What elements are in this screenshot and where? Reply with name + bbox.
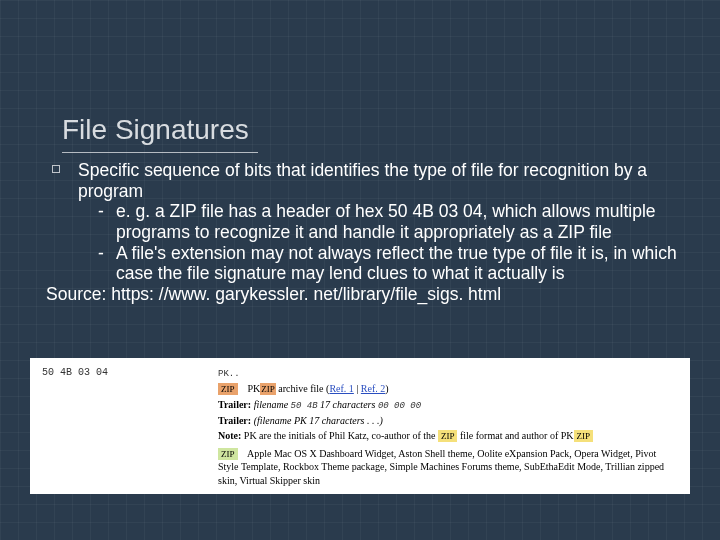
ref-sep: |: [354, 383, 361, 394]
zip-inline-icon: ZIP: [438, 430, 458, 442]
bullet-level-1: Specific sequence of bits that identifie…: [46, 160, 686, 201]
trailer-italic: (filename PK 17 characters . . .): [254, 415, 383, 426]
note-row: Note: PK are the initials of Phil Katz, …: [218, 429, 678, 443]
pk-ascii-row: PK..: [218, 366, 678, 380]
source-line: Source: https: //www. garykessler. net/l…: [46, 284, 686, 305]
bullet-text: e. g. a ZIP file has a header of hex 50 …: [116, 201, 656, 242]
archive-text: archive file (: [276, 383, 330, 394]
slide-content: Specific sequence of bits that identifie…: [46, 160, 686, 304]
note-text: file format and author of PK: [457, 430, 573, 441]
pk-ascii: PK..: [218, 369, 240, 379]
archive-close: ): [385, 383, 388, 394]
signature-table-figure: 50 4B 03 04 PK.. ZIP PKZIP archive file …: [30, 358, 690, 494]
title-underline: [62, 152, 258, 153]
slide-title: File Signatures: [62, 114, 249, 146]
bullet-text: Specific sequence of bits that identifie…: [78, 160, 647, 201]
zip-tag-icon: ZIP: [218, 383, 238, 395]
bullet-text: A file's extension may not always reflec…: [116, 243, 677, 284]
ref-link[interactable]: Ref. 2: [361, 383, 385, 394]
note-label: Note:: [218, 430, 241, 441]
trailer-label: Trailer:: [218, 399, 251, 410]
note-text: PK are the initials of Phil Katz, co-aut…: [241, 430, 438, 441]
zip-inline-icon: ZIP: [574, 430, 594, 442]
zip-tag-icon: ZIP: [218, 448, 238, 460]
archive-file-row: ZIP PKZIP archive file (Ref. 1 | Ref. 2): [218, 382, 678, 396]
ref-link[interactable]: Ref. 1: [329, 383, 353, 394]
trailer-label: Trailer:: [218, 415, 251, 426]
zip-inline-icon: ZIP: [260, 383, 276, 395]
trailer-row: Trailer: filename 50 4B 17 characters 00…: [218, 398, 678, 412]
extensions-row: ZIP Apple Mac OS X Dashboard Widget, Ast…: [218, 447, 678, 490]
hex-signature: 50 4B 03 04: [42, 366, 108, 380]
extensions-text: ZIP Apple Mac OS X Dashboard Widget, Ast…: [218, 447, 678, 488]
trailer-italic: filename 50 4B 17 characters 00 00 00: [254, 399, 421, 410]
extensions-list: Apple Mac OS X Dashboard Widget, Aston S…: [218, 448, 664, 486]
pk-label: PKZIP: [248, 383, 276, 394]
bullet-level-2: A file's extension may not always reflec…: [46, 243, 686, 284]
signature-details: PK.. ZIP PKZIP archive file (Ref. 1 | Re…: [218, 366, 678, 489]
bullet-level-2: e. g. a ZIP file has a header of hex 50 …: [46, 201, 686, 242]
trailer-row-2: Trailer: (filename PK 17 characters . . …: [218, 414, 678, 428]
slide: File Signatures Specific sequence of bit…: [0, 0, 720, 540]
